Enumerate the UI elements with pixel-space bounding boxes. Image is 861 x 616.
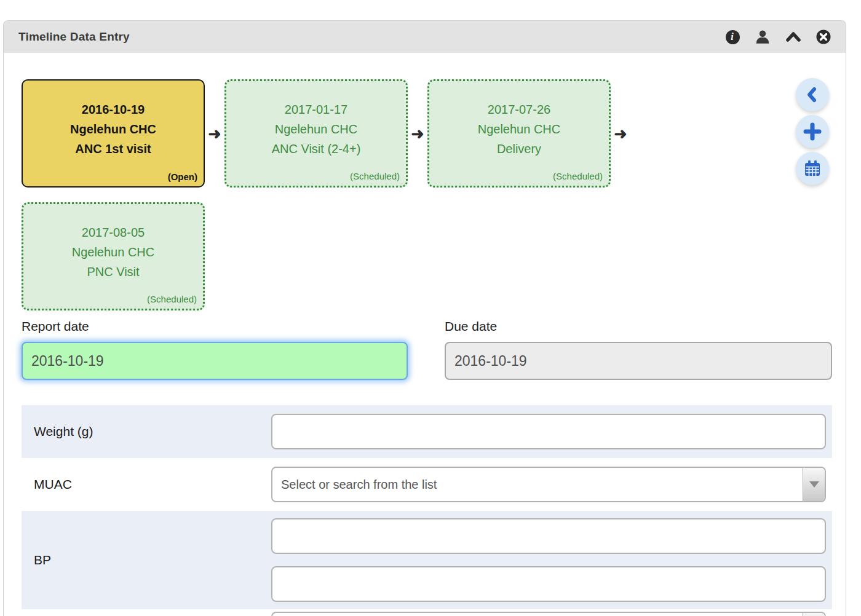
arrow-right-icon: ➜	[408, 126, 427, 141]
form-row-next-partial	[22, 612, 832, 616]
new-event-button[interactable]	[796, 115, 829, 148]
widget-header: Timeline Data Entry i	[4, 21, 846, 53]
event-stage: Delivery	[497, 139, 541, 159]
form-row-bp: BP	[22, 511, 832, 609]
arrow-right-icon: ➜	[205, 126, 224, 141]
muac-select[interactable]: Select or search from the list	[271, 467, 826, 502]
event-stage: ANC 1st visit	[75, 139, 151, 159]
close-icon[interactable]	[816, 30, 831, 44]
dropdown-button[interactable]	[803, 468, 825, 501]
event-date: 2016-10-19	[82, 100, 145, 119]
header-icons: i	[726, 29, 831, 45]
due-date-input	[445, 342, 832, 380]
bp-label: BP	[22, 553, 271, 567]
event-orgunit: Ngelehun CHC	[478, 119, 561, 139]
data-entry-table: Weight (g) MUAC Select or search from th…	[22, 405, 832, 616]
chevron-left-icon	[804, 86, 821, 103]
weight-input[interactable]	[271, 414, 826, 449]
chevron-down-icon	[809, 481, 819, 488]
event-card-anc-1st-visit[interactable]: 2016-10-19 Ngelehun CHC ANC 1st visit (O…	[22, 79, 205, 188]
event-date: 2017-08-05	[82, 223, 145, 242]
event-stage: PNC Visit	[87, 262, 139, 282]
event-card-anc-visit-2-4[interactable]: 2017-01-17 Ngelehun CHC ANC Visit (2-4+)…	[224, 79, 408, 188]
dropdown-button[interactable]	[803, 613, 825, 616]
collapse-icon[interactable]	[785, 30, 801, 44]
event-card-delivery[interactable]: 2017-07-26 Ngelehun CHC Delivery (Schedu…	[427, 79, 611, 188]
due-date-label: Due date	[445, 319, 832, 334]
event-orgunit: Ngelehun CHC	[70, 119, 156, 139]
event-status: (Scheduled)	[350, 171, 400, 181]
report-date-label: Report date	[22, 319, 408, 334]
bp-diastolic-input[interactable]	[271, 566, 826, 602]
info-icon[interactable]: i	[726, 30, 740, 44]
calendar-icon	[803, 159, 822, 178]
arrow-right-icon: ➜	[611, 126, 630, 141]
event-status: (Open)	[168, 172, 197, 182]
event-stage: ANC Visit (2-4+)	[272, 139, 361, 159]
muac-select-placeholder: Select or search from the list	[272, 478, 437, 492]
report-date-group: Report date	[22, 319, 408, 380]
previous-events-button[interactable]	[796, 78, 829, 111]
report-date-input[interactable]	[22, 342, 408, 380]
bp-systolic-input[interactable]	[271, 518, 826, 554]
muac-label: MUAC	[22, 477, 271, 492]
event-card-pnc-visit[interactable]: 2017-08-05 Ngelehun CHC PNC Visit (Sched…	[22, 202, 205, 310]
timeline-row-1: 2016-10-19 Ngelehun CHC ANC 1st visit (O…	[22, 79, 630, 188]
schedule-event-button[interactable]	[796, 152, 829, 185]
user-icon[interactable]	[755, 29, 771, 45]
form-row-muac: MUAC Select or search from the list	[22, 458, 832, 511]
timeline-row-2: 2017-08-05 Ngelehun CHC PNC Visit (Sched…	[22, 202, 205, 310]
next-field-select[interactable]	[271, 612, 826, 616]
form-row-weight: Weight (g)	[22, 405, 832, 458]
event-orgunit: Ngelehun CHC	[72, 242, 155, 262]
timeline-data-entry-widget: Timeline Data Entry i	[3, 20, 846, 616]
weight-label: Weight (g)	[22, 424, 271, 439]
event-orgunit: Ngelehun CHC	[275, 119, 358, 139]
plus-icon	[803, 122, 822, 141]
widget-title: Timeline Data Entry	[18, 30, 130, 44]
due-date-group: Due date	[445, 319, 832, 380]
event-status: (Scheduled)	[147, 294, 197, 304]
event-status: (Scheduled)	[553, 171, 603, 181]
event-date: 2017-07-26	[488, 100, 550, 119]
event-date: 2017-01-17	[285, 100, 347, 119]
timeline-side-buttons	[796, 78, 829, 185]
